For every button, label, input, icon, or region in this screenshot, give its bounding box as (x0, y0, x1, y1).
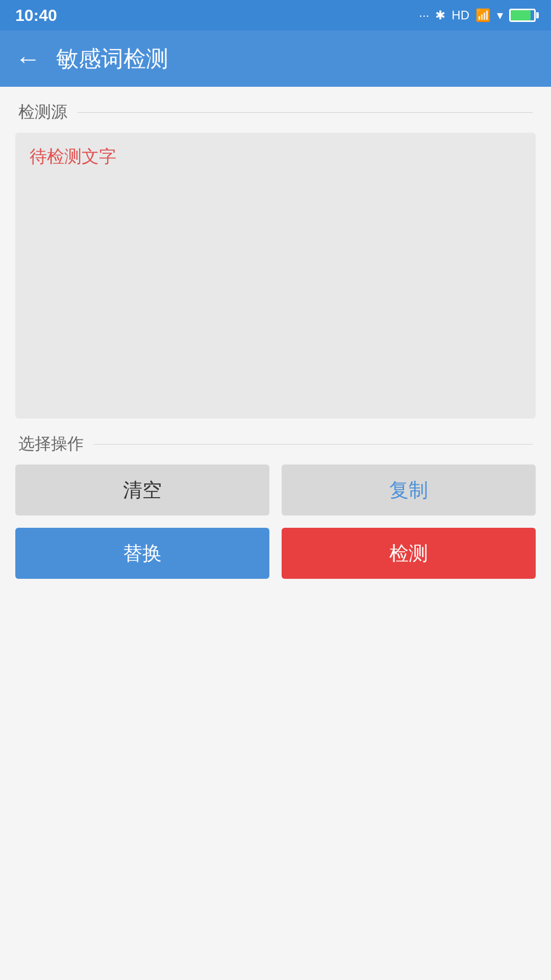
status-bar: 10:40 ··· ✱ HD 📶 ▾ (0, 0, 551, 31)
battery-fill (511, 10, 531, 20)
buttons-section: 清空 复制 替换 检测 (0, 464, 551, 579)
status-time: 10:40 (15, 6, 57, 25)
clear-button[interactable]: 清空 (15, 464, 269, 516)
page-title: 敏感词检测 (56, 44, 168, 74)
battery-icon (509, 9, 536, 22)
signal-icon: 📶 (475, 8, 491, 22)
detect-button[interactable]: 检测 (282, 528, 536, 579)
app-bar: ← 敏感词检测 (0, 31, 551, 87)
bluetooth-icon: ✱ (435, 8, 445, 22)
text-input-area[interactable]: 待检测文字 (15, 133, 536, 419)
status-icons: ··· ✱ HD 📶 ▾ (419, 8, 536, 22)
button-row-2: 替换 检测 (15, 528, 536, 579)
main-content: 检测源 待检测文字 选择操作 清空 复制 替换 检测 (0, 87, 551, 980)
detection-source-divider (78, 112, 533, 113)
back-button[interactable]: ← (15, 46, 41, 71)
button-row-1: 清空 复制 (15, 464, 536, 516)
text-placeholder: 待检测文字 (30, 146, 116, 166)
hd-badge: HD (452, 8, 469, 22)
wifi-icon: ▾ (497, 8, 503, 22)
replace-button[interactable]: 替换 (15, 528, 269, 579)
detection-source-label: 检测源 (18, 101, 67, 124)
select-operation-header: 选择操作 (0, 419, 551, 464)
select-operation-label: 选择操作 (18, 433, 84, 455)
select-operation-divider (94, 444, 533, 445)
copy-button[interactable]: 复制 (282, 464, 536, 516)
dots-icon: ··· (419, 8, 429, 22)
detection-source-header: 检测源 (0, 87, 551, 133)
